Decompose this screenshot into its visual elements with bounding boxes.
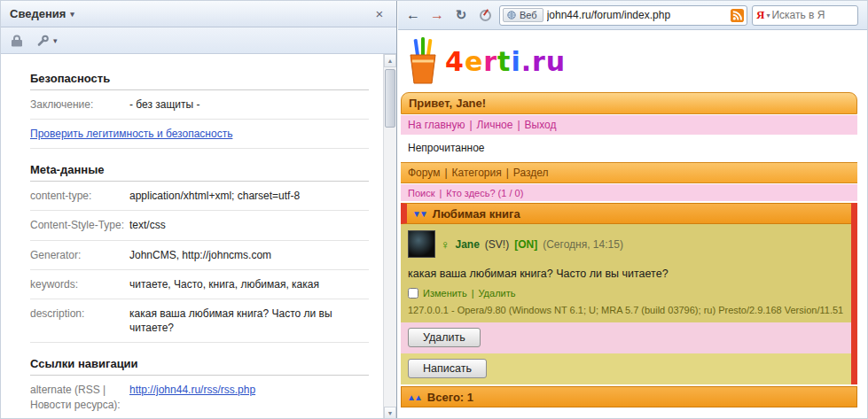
security-check-link[interactable]: Проверить легитимность и безопасность — [30, 128, 232, 140]
write-row: Написать — [401, 353, 851, 384]
separator: | — [506, 167, 509, 179]
separator: | — [444, 167, 447, 179]
rss-icon[interactable] — [731, 9, 744, 22]
info-row: alternate (RSS | Новости ресурса): http:… — [30, 376, 369, 419]
chevron-down-icon: ▾ — [70, 10, 74, 19]
info-row: Content-Style-Type: text/css — [30, 211, 369, 240]
security-check-row: Проверить легитимность и безопасность — [30, 120, 369, 149]
post: ♀ Jane (SV!) [ON] (Сегодня, 14:15) какая… — [401, 224, 851, 322]
separator: | — [439, 188, 442, 198]
pencil-cup-icon — [404, 37, 442, 85]
author-tag: (SV!) — [485, 238, 509, 251]
row-label: Content-Style-Type: — [30, 218, 129, 232]
total-count: Всего: 1 — [427, 391, 473, 404]
turbo-button[interactable] — [475, 5, 495, 25]
nav-home-link[interactable]: На главную — [408, 119, 465, 131]
select-post-checkbox[interactable] — [408, 288, 418, 299]
nav-private-link[interactable]: Личное — [477, 119, 513, 131]
nav-links-heading: Ссылки навигации — [30, 357, 369, 376]
delete-post-link[interactable]: Удалить — [478, 288, 515, 299]
unread-link[interactable]: Непрочитанное — [401, 135, 867, 162]
info-row: Generator: JohnCMS, http://johncms.com — [30, 241, 369, 270]
reload-button[interactable]: ↻ — [451, 5, 471, 25]
row-label: keywords: — [30, 277, 129, 291]
topic-title: Любимая книга — [433, 207, 520, 221]
search-link[interactable]: Поиск — [408, 188, 434, 198]
turbo-icon — [480, 10, 491, 21]
url-input[interactable] — [543, 9, 731, 21]
info-row: Заключение: - без защиты - — [30, 90, 369, 120]
row-label: content-type: — [30, 189, 129, 203]
online-badge: [ON] — [514, 238, 537, 251]
row-value: какая ваша любимая книга? Часто ли вы чи… — [129, 306, 369, 335]
security-badge[interactable]: Веб — [503, 8, 543, 22]
scrollbar-thumb[interactable] — [385, 69, 395, 128]
post-actions: Изменить | Удалить — [408, 288, 844, 299]
post-timestamp: (Сегодня, 14:15) — [543, 238, 623, 251]
greeting-prefix: Привет, — [409, 97, 452, 110]
page-info-content: Безопасность Заключение: - без защиты - … — [1, 54, 383, 419]
forum-page: 4erti.ru Привет, Jane! На главную | Личн… — [398, 30, 867, 419]
row-value: читаете, Часто, книга, любимая, какая — [129, 277, 319, 291]
search-field[interactable]: Я ▾ — [752, 5, 858, 26]
row-label: Заключение: — [30, 97, 129, 112]
topic-footer: ▲▲ Всего: 1 — [401, 386, 857, 407]
greeting-suffix: ! — [482, 97, 486, 110]
post-author-link[interactable]: Jane — [456, 238, 480, 251]
browser-window: Сведения ▾ × ▾ Безопасность Заключение: … — [0, 0, 868, 419]
breadcrumb-forum-link[interactable]: Форум — [408, 167, 440, 179]
meta-nav-bar: Поиск | Кто здесь? (1 / 0) — [401, 184, 857, 201]
info-row: description: какая ваша любимая книга? Ч… — [30, 299, 369, 343]
topic-header: ▼▼ Любимая книга — [401, 203, 851, 224]
row-value: JohnCMS, http://johncms.com — [129, 248, 271, 262]
panel-scrollbar[interactable]: ▲ ▼ — [383, 54, 396, 419]
logo-text: 4erti.ru — [445, 46, 566, 77]
breadcrumb-section-link[interactable]: Раздел — [513, 167, 549, 179]
row-value: application/xhtml+xml; charset=utf-8 — [129, 189, 300, 203]
edit-post-link[interactable]: Изменить — [423, 288, 467, 299]
row-value: text/css — [129, 218, 166, 232]
who-is-here-link[interactable]: Кто здесь? (1 / 0) — [446, 188, 523, 198]
site-logo[interactable]: 4erti.ru — [401, 32, 867, 90]
forward-button[interactable]: → — [427, 5, 447, 25]
row-label: Generator: — [30, 248, 129, 262]
jump-to-bottom-icon[interactable]: ▼▼ — [412, 209, 426, 219]
yandex-icon: Я — [756, 8, 764, 22]
back-button[interactable]: ← — [403, 5, 423, 25]
delete-row: Удалить — [401, 322, 851, 353]
separator: | — [472, 288, 474, 299]
chevron-down-icon: ▾ — [53, 36, 58, 45]
nav-logout-link[interactable]: Выход — [525, 119, 557, 131]
jump-to-top-icon[interactable]: ▲▲ — [407, 392, 421, 402]
panel-toolbar: ▾ — [1, 27, 396, 54]
row-label: description: — [30, 306, 129, 335]
breadcrumb-bar: Форум | Категория | Раздел — [401, 162, 857, 183]
greeting-bar: Привет, Jane! — [401, 92, 857, 114]
row-value: - без защиты - — [129, 97, 200, 112]
post-body: какая ваша любимая книга? Часто ли вы чи… — [408, 268, 844, 280]
info-row: keywords: читаете, Часто, книга, любимая… — [30, 270, 369, 299]
lock-icon[interactable] — [12, 35, 22, 47]
female-icon: ♀ — [441, 237, 450, 252]
user-agent-string: 127.0.0.1 - Opera/9.80 (Windows NT 6.1; … — [408, 305, 844, 315]
scroll-down-icon[interactable]: ▼ — [384, 407, 396, 419]
close-panel-button[interactable]: × — [371, 6, 387, 21]
breadcrumb-category-link[interactable]: Категория — [452, 167, 502, 179]
delete-button[interactable]: Удалить — [408, 328, 481, 347]
address-bar[interactable]: Веб — [499, 5, 747, 26]
security-heading: Безопасность — [30, 72, 369, 90]
topic-block: ▼▼ Любимая книга ♀ Jane (SV!) [ON] (Сего… — [401, 203, 857, 384]
meta-heading: Meta-данные — [30, 163, 369, 182]
browser-toolbar: ← → ↻ Веб Я ▾ — [398, 1, 867, 30]
greeting-username[interactable]: Jane — [456, 97, 482, 110]
browser-pane: ← → ↻ Веб Я ▾ — [398, 1, 867, 419]
panel-title-dropdown[interactable]: Сведения ▾ — [10, 7, 74, 20]
chevron-down-icon[interactable]: ▾ — [766, 12, 770, 19]
search-input[interactable] — [771, 9, 854, 21]
tools-wrench-button[interactable]: ▾ — [36, 35, 58, 47]
scroll-up-icon[interactable]: ▲ — [384, 54, 396, 67]
panel-title: Сведения — [10, 7, 66, 20]
rss-url-link[interactable]: http://john44.ru/rss/rss.php — [129, 384, 255, 396]
avatar[interactable] — [408, 230, 435, 258]
write-button[interactable]: Написать — [408, 359, 487, 378]
